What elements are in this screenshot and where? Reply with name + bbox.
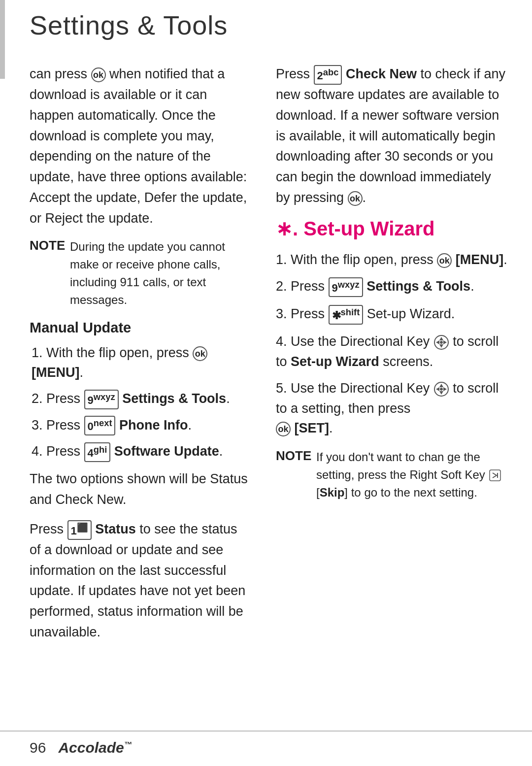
- status-press-para: Press 1⬛ Status to see the status of a d…: [30, 519, 251, 643]
- step-4-left: 4. Press 4ghi Software Update.: [30, 441, 251, 462]
- page-title: Settings & Tools: [30, 10, 228, 40]
- setup-step-1: 1. With the flip open, press ok [MENU].: [276, 250, 507, 270]
- status-para: The two options shown will be Status and…: [30, 469, 251, 510]
- kbd-4ghi: 4ghi: [84, 442, 111, 462]
- footer-line: [0, 731, 532, 732]
- svg-point-11: [440, 388, 443, 391]
- note-text-right: If you don't want to chan ge the setting…: [316, 448, 507, 501]
- kbd-9: 9wxyz: [84, 390, 119, 409]
- svg-rect-12: [490, 470, 500, 481]
- kbd-star: ✱shift: [329, 305, 364, 325]
- svg-marker-1: [439, 337, 443, 340]
- svg-marker-2: [439, 344, 443, 348]
- check-new-para: Press 2abc Check New to check if any new…: [276, 64, 507, 208]
- left-bar-decoration: [0, 0, 5, 79]
- note-label-right: NOTE: [276, 448, 310, 501]
- ok-icon-checknew: ok: [348, 191, 363, 206]
- step-1-left: 1. With the flip open, press ok [MENU].: [30, 343, 251, 383]
- step-3-left: 3. Press 0next Phone Info.: [30, 415, 251, 436]
- manual-update-heading: Manual Update: [30, 320, 251, 336]
- setup-step-2: 2. Press 9wxyz Settings & Tools.: [276, 276, 507, 297]
- svg-marker-8: [439, 391, 443, 395]
- svg-marker-3: [436, 340, 439, 344]
- ok-icon: ok: [91, 67, 106, 82]
- setup-wizard-title: ∗. Set-up Wizard: [276, 217, 507, 240]
- setup-step-4: 4. Use the Directional Key to scroll to …: [276, 332, 507, 371]
- setup-step-3: 3. Press ✱shift Set-up Wizard.: [276, 304, 507, 325]
- kbd-1: 1⬛: [67, 520, 92, 540]
- svg-point-5: [440, 341, 443, 344]
- left-column: can press ok when notified that a downlo…: [30, 64, 251, 652]
- ok-icon-setup1: ok: [437, 253, 452, 268]
- note-block-update: NOTE During the update you cannot make o…: [30, 238, 251, 309]
- svg-marker-9: [436, 387, 439, 391]
- directional-key-icon-5: [433, 381, 449, 397]
- ok-icon-set: ok: [276, 422, 291, 436]
- setup-step-5: 5. Use the Directional Key to scroll to …: [276, 378, 507, 438]
- brand-name: Accolade™: [58, 739, 132, 756]
- footer: 96 Accolade™: [30, 739, 132, 756]
- note-label: NOTE: [30, 238, 64, 309]
- step-2-left: 2. Press 9wxyz Settings & Tools.: [30, 389, 251, 409]
- kbd-9-setup: 9wxyz: [329, 277, 363, 297]
- kbd-0next: 0next: [84, 416, 116, 435]
- note-text: During the update you cannot make or rec…: [70, 238, 251, 309]
- kbd-2abc: 2abc: [314, 65, 342, 85]
- svg-marker-7: [439, 384, 443, 387]
- svg-marker-4: [443, 340, 447, 344]
- intro-paragraph: can press ok when notified that a downlo…: [30, 64, 251, 229]
- note-block-setup: NOTE If you don't want to chan ge the se…: [276, 448, 507, 501]
- page-number: 96: [30, 739, 46, 756]
- skip-arrow-icon: [489, 469, 501, 482]
- right-column: Press 2abc Check New to check if any new…: [276, 64, 507, 512]
- directional-key-icon-4: [433, 334, 449, 350]
- svg-marker-10: [443, 387, 447, 391]
- ok-icon-step1: ok: [193, 346, 207, 361]
